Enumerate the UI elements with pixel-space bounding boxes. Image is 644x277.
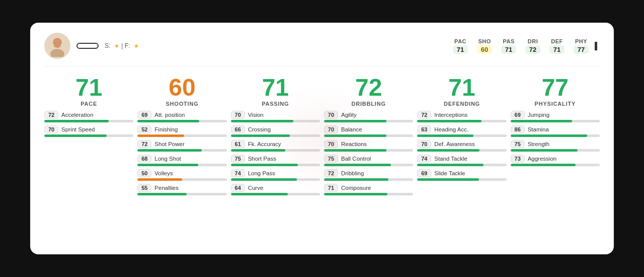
bar-fill: [137, 120, 199, 122]
attr-num: 64: [231, 184, 245, 192]
attr-name: Att. position: [154, 112, 185, 118]
attr-name: Long Shot: [154, 156, 181, 162]
bar-track: [137, 149, 226, 152]
bar-track: [324, 120, 413, 122]
pill-sho: SHO60: [477, 38, 492, 54]
skill-star-icon: ★: [114, 43, 119, 49]
bar-fill: [231, 120, 293, 122]
attr-num: 52: [137, 125, 151, 133]
bar-fill: [231, 149, 285, 152]
attr-row: 52Finishing: [137, 125, 226, 137]
svg-point-2: [53, 38, 61, 46]
category-big-passing: 71: [262, 76, 289, 100]
category-big-pace: 71: [75, 76, 102, 100]
category-big-physicality: 77: [542, 76, 569, 100]
bar-fill: [511, 134, 588, 137]
bar-fill: [137, 134, 184, 137]
bar-fill: [324, 149, 386, 152]
bar-fill: [231, 178, 297, 181]
attr-row: 73Aggression: [511, 155, 600, 166]
bar-track: [231, 164, 320, 166]
bar-fill: [231, 134, 290, 137]
bar-track: [511, 134, 600, 137]
category-header-shooting: 60SHOOTING: [137, 76, 226, 107]
pill-label-pas: PAS: [503, 38, 514, 44]
attr-row: 70Balance: [324, 125, 413, 137]
attr-num: 55: [137, 184, 151, 192]
attr-row: 72Interceptions: [417, 111, 506, 122]
bar-track: [324, 134, 413, 137]
attr-name: Interceptions: [434, 112, 467, 118]
attr-name: Ball Control: [341, 156, 371, 162]
category-name-dribbling: DRIBBLING: [352, 101, 386, 107]
attr-row: 74Stand Tackle: [417, 155, 506, 166]
attr-name: Finishing: [154, 126, 178, 132]
pill-value-sho: 60: [477, 45, 492, 54]
bar-track: [137, 164, 226, 166]
attr-name: Shot Power: [154, 141, 184, 147]
attr-name: Crossing: [248, 126, 271, 132]
attr-num: 70: [324, 125, 338, 133]
attr-row: 69Jumping: [511, 111, 600, 122]
attr-num: 75: [231, 155, 245, 163]
attr-row: 69Att. position: [137, 111, 226, 122]
attr-name: Stamina: [528, 126, 549, 132]
bar-fill: [231, 193, 288, 195]
attr-name: Stand Tackle: [434, 156, 467, 162]
bar-track: [417, 120, 506, 122]
attr-num: 70: [417, 140, 431, 148]
attr-num: 75: [324, 155, 338, 163]
bar-fill: [137, 193, 187, 195]
bar-fill: [324, 134, 386, 137]
bar-track: [231, 134, 320, 137]
attr-row: 63Heading Acc.: [417, 125, 506, 137]
category-pace: 71PACE72Acceleration70Sprint Speed: [44, 76, 133, 198]
attr-row: 66Crossing: [231, 125, 320, 137]
attr-row: 71Composure: [324, 184, 413, 195]
category-name-pace: PACE: [80, 101, 97, 107]
attr-num: 63: [417, 125, 431, 133]
attr-num: 75: [511, 140, 525, 148]
pill-value-pas: 71: [501, 45, 516, 54]
bar-track: [417, 164, 506, 166]
attr-name: Composure: [341, 185, 371, 191]
attr-num: 69: [137, 111, 151, 119]
bar-track: [324, 178, 413, 181]
attr-row: 50Volleys: [137, 169, 226, 181]
attr-name: Def. Awareness: [434, 141, 474, 147]
player-meta: S: ★ | F: ★: [105, 42, 139, 49]
attr-num: 50: [137, 169, 151, 177]
attr-name: Acceleration: [61, 112, 93, 118]
bar-fill: [417, 120, 481, 122]
category-physicality: 77PHYSICALITY69Jumping86Stamina75Strengt…: [511, 76, 600, 198]
bar-fill: [324, 178, 388, 181]
category-name-passing: PASSING: [262, 101, 289, 107]
bar-track: [231, 193, 320, 195]
category-name-defending: DEFENDING: [444, 101, 480, 107]
attr-name: Reactions: [341, 141, 367, 147]
attr-name: Sprint Speed: [61, 126, 95, 132]
bar-track: [231, 178, 320, 181]
bar-track: [137, 134, 226, 137]
category-dribbling: 72DRIBBLING70Agility70Balance70Reactions…: [324, 76, 413, 198]
card-header: S: ★ | F: ★ PAC71SHO60PAS71DRI72DEF71PHY…: [44, 33, 600, 66]
bar-fill: [44, 134, 107, 137]
pill-dri: DRI72: [525, 38, 540, 54]
pill-pac: PAC71: [453, 38, 468, 54]
attr-num: 71: [324, 184, 338, 192]
pill-pas: PAS71: [501, 38, 516, 54]
pill-label-pac: PAC: [454, 38, 466, 44]
attr-num: 72: [324, 169, 338, 177]
attr-row: 70Reactions: [324, 140, 413, 152]
attr-name: Vision: [248, 112, 264, 118]
bar-track: [511, 120, 600, 122]
bar-fill: [511, 149, 578, 152]
attr-row: 86Stamina: [511, 125, 600, 137]
pill-value-phy: 77: [574, 45, 589, 54]
height-value: ▌: [595, 42, 600, 50]
bar-track: [137, 178, 226, 181]
category-header-defending: 71DEFENDING: [417, 76, 506, 107]
attr-row: 61Fk. Accuracy: [231, 140, 320, 152]
attr-row: 74Long Pass: [231, 169, 320, 181]
bar-track: [324, 193, 413, 195]
